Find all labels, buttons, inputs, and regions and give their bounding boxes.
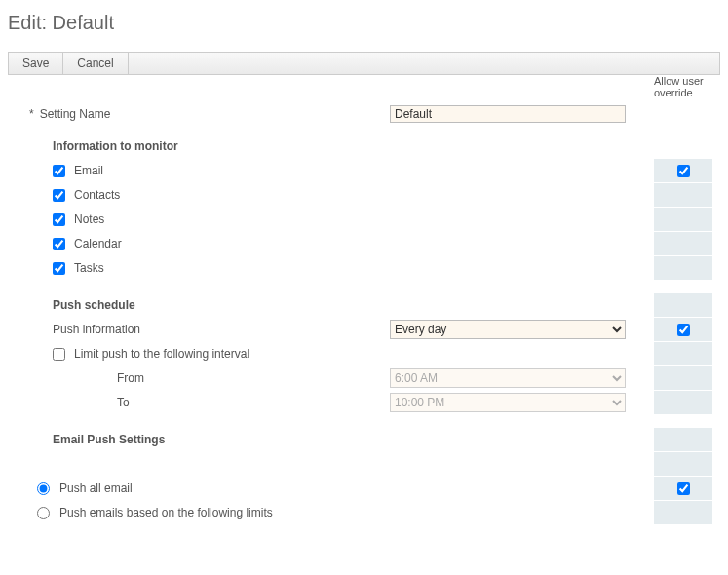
override-cell-empty (654, 102, 712, 126)
override-bg (654, 342, 712, 365)
radio-push-all[interactable] (37, 482, 50, 495)
override-bg (654, 256, 712, 280)
row-calendar: Calendar (29, 232, 712, 255)
row-eps-heading: Email Push Settings (29, 428, 712, 451)
label-notes: Notes (74, 212, 104, 226)
override-checkbox-eps[interactable] (677, 482, 690, 495)
checkbox-notes[interactable] (53, 213, 65, 226)
label-push-all: Push all email (59, 481, 133, 495)
override-bg (654, 232, 712, 255)
row-push-heading: Push schedule (29, 293, 712, 317)
label-calendar: Calendar (74, 237, 122, 250)
label-push-limits: Push emails based on the following limit… (59, 506, 273, 519)
row-push-all: Push all email (29, 477, 712, 500)
save-button[interactable]: Save (9, 53, 63, 74)
form-content: Allow user override * Setting Name Infor… (29, 102, 712, 524)
row-gap (29, 452, 712, 476)
label-tasks: Tasks (74, 261, 104, 275)
override-bg (654, 428, 712, 451)
required-marker: * (29, 107, 34, 121)
checkbox-tasks[interactable] (53, 262, 65, 275)
cancel-button[interactable]: Cancel (63, 53, 128, 74)
checkbox-limit[interactable] (53, 348, 65, 361)
row-notes: Notes (29, 208, 712, 231)
section-heading-monitor: Information to monitor (53, 139, 712, 153)
toolbar: Save Cancel (8, 52, 720, 75)
push-info-select[interactable]: Every day (390, 320, 626, 339)
override-checkbox-push[interactable] (677, 324, 690, 336)
row-contacts: Contacts (29, 183, 712, 207)
override-bg (654, 293, 712, 317)
section-heading-push: Push schedule (53, 298, 135, 312)
row-limit: Limit push to the following interval (29, 342, 712, 365)
override-push (654, 318, 712, 341)
override-bg (654, 452, 712, 476)
override-bg (654, 183, 712, 207)
checkbox-contacts[interactable] (53, 189, 65, 202)
row-setting-name: * Setting Name (29, 102, 712, 126)
page-title: Edit: Default (8, 12, 720, 34)
checkbox-calendar[interactable] (53, 238, 65, 250)
label-limit: Limit push to the following interval (74, 347, 249, 361)
override-bg (654, 366, 712, 390)
row-email: Email (29, 159, 712, 182)
override-eps (654, 477, 712, 500)
setting-name-label: Setting Name (40, 107, 111, 121)
override-bg (654, 391, 712, 414)
override-bg (654, 501, 712, 524)
label-contacts: Contacts (74, 188, 120, 202)
override-checkbox-monitor[interactable] (677, 165, 690, 177)
label-email: Email (74, 164, 103, 177)
row-to: To 10:00 PM (29, 391, 712, 414)
setting-name-input[interactable] (390, 105, 626, 123)
from-select[interactable]: 6:00 AM (390, 368, 626, 388)
push-info-label: Push information (53, 323, 140, 336)
override-header: Allow user override (654, 75, 712, 98)
override-monitor (654, 159, 712, 182)
row-push-info: Push information Every day (29, 318, 712, 341)
section-heading-email-push: Email Push Settings (53, 433, 165, 446)
row-push-limits: Push emails based on the following limit… (29, 501, 712, 524)
row-from: From 6:00 AM (29, 366, 712, 390)
override-bg (654, 208, 712, 231)
to-select[interactable]: 10:00 PM (390, 393, 626, 412)
label-to: To (117, 396, 130, 409)
label-from: From (117, 371, 144, 385)
row-tasks: Tasks (29, 256, 712, 280)
checkbox-email[interactable] (53, 165, 65, 177)
radio-push-limits[interactable] (37, 507, 50, 519)
